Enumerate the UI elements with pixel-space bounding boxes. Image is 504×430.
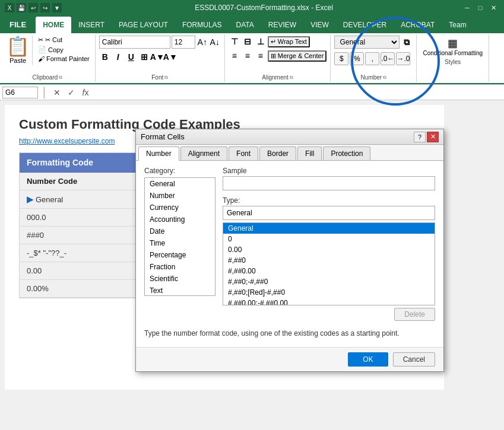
tab-data[interactable]: DATA [229,17,261,33]
type-list[interactable]: General 0 0.00 #,##0 #,##0.00 #,##0;-#,#… [223,222,435,305]
category-item-fraction[interactable]: Fraction [145,261,215,273]
number-group-label[interactable]: Number ⧉ [361,74,387,81]
type-item-0.00[interactable]: 0.00 [223,244,435,255]
cut-button[interactable]: ✂ ✂ Cut [36,36,91,44]
cancel-formula-button[interactable]: ✕ [51,87,63,98]
italic-button[interactable]: I [112,51,124,63]
percent-button[interactable]: % [350,52,364,65]
formula-input[interactable] [94,87,502,98]
tab-page-layout[interactable]: PAGE LAYOUT [112,17,175,33]
font-size-input[interactable] [172,36,195,49]
paste-button[interactable]: 📋 Paste [4,36,33,65]
dialog-help-button[interactable]: ? [414,132,426,142]
minimize-button[interactable]: ─ [461,2,473,13]
tab-font[interactable]: Font [229,146,258,160]
tab-file[interactable]: FILE [0,15,36,33]
category-item-accounting[interactable]: Accounting [145,214,215,225]
fill-color-button[interactable]: A▼ [151,51,163,63]
accounting-format-button[interactable]: $ [334,52,348,65]
delete-button-row: Delete [223,308,435,321]
tab-number[interactable]: Number [138,146,179,161]
category-item-scientific[interactable]: Scientific [145,273,215,285]
insert-function-button[interactable]: fx [80,87,91,98]
bold-button[interactable]: B [99,51,111,63]
maximize-button[interactable]: □ [474,2,486,13]
font-color-button[interactable]: A▼ [164,51,176,63]
ok-button[interactable]: OK [348,352,388,367]
underline-button[interactable]: U [125,51,137,63]
dialog-close-button[interactable]: ✕ [427,132,439,142]
tab-formulas[interactable]: FORMULAS [175,17,229,33]
category-item-currency[interactable]: Currency [145,202,215,214]
number-group: General ⧉ $ % , .0← →.0 Number ⧉ [331,34,417,82]
type-item-hash0.00[interactable]: #,##0.00 [223,266,435,276]
tab-alignment[interactable]: Alignment [180,146,227,160]
type-item-hash0[interactable]: #,##0 [223,255,435,266]
arrow-icon: ▶ [27,195,33,204]
tab-insert[interactable]: INSERT [71,17,112,33]
delete-button[interactable]: Delete [394,308,435,321]
font-controls: A↑ A↓ B I U ⊞ A▼ A▼ [99,36,221,73]
align-left-button[interactable]: ≡ [229,50,240,62]
tab-fill[interactable]: Fill [297,146,322,160]
excel-logo-icon: X [5,3,14,12]
increase-decimal-button[interactable]: →.0 [396,52,410,65]
tab-review[interactable]: REVIEW [261,17,303,33]
tab-developer[interactable]: DEVELOPER [336,17,394,33]
merge-center-button[interactable]: ⊞ Merge & Center [268,50,327,62]
customize-icon[interactable]: ▼ [52,3,62,12]
category-item-number[interactable]: Number [145,190,215,202]
cell-reference-box[interactable] [2,87,38,98]
increase-font-size-button[interactable]: A↑ [196,36,208,48]
tab-border[interactable]: Border [259,146,296,160]
copy-button[interactable]: 📄 Copy [36,45,91,54]
category-list[interactable]: General Number Currency Accounting Date … [144,177,215,296]
clipboard-group-label[interactable]: Clipboard ⧉ [32,74,62,81]
align-middle-button[interactable]: ⊟ [242,36,253,47]
format-painter-button[interactable]: 🖌 Format Painter [36,55,91,63]
tab-view[interactable]: VIEW [303,17,336,33]
category-item-general[interactable]: General [145,178,215,190]
type-item-hash0-neg[interactable]: #,##0;-#,##0 [223,276,435,287]
align-bottom-button[interactable]: ⊥ [255,36,267,47]
type-item-general[interactable]: General [223,223,435,234]
border-button[interactable]: ⊞ [138,51,150,63]
confirm-formula-button[interactable]: ✓ [65,87,77,98]
type-input[interactable] [223,206,435,220]
decrease-font-size-button[interactable]: A↓ [209,36,221,48]
comma-button[interactable]: , [365,52,379,65]
font-format-row: B I U ⊞ A▼ A▼ [99,51,221,63]
type-item-hash0-red[interactable]: #,##0;[Red]-#,##0 [223,287,435,298]
number-expand-button[interactable]: ⧉ [401,36,413,48]
tab-acrobat[interactable]: ACROBAT [394,17,442,33]
conditional-formatting-button[interactable]: ▦ Conditional Formatting [420,36,485,58]
decrease-decimal-button[interactable]: .0← [381,52,395,65]
font-group-label[interactable]: Font ⧉ [151,74,168,81]
align-center-button[interactable]: ≡ [242,50,253,62]
tab-protection[interactable]: Protection [323,146,370,160]
tab-team[interactable]: Team [442,17,473,33]
redo-icon[interactable]: ↪ [40,3,50,12]
tab-home[interactable]: HOME [36,17,71,33]
cancel-button[interactable]: Cancel [393,352,435,367]
alignment-group-label[interactable]: Alignment ⧉ [262,74,293,81]
category-item-time[interactable]: Time [145,237,215,249]
wrap-text-button[interactable]: ↵ Wrap Text [268,36,310,47]
column-header: Formatting Code [20,153,149,173]
undo-icon[interactable]: ↩ [28,3,38,12]
type-item-0[interactable]: 0 [223,234,435,244]
category-item-date[interactable]: Date [145,225,215,237]
align-right-button[interactable]: ≡ [255,50,267,62]
number-format-select[interactable]: General [334,36,400,49]
close-button[interactable]: ✕ [487,2,499,13]
category-item-percentage[interactable]: Percentage [145,249,215,261]
number-controls: General ⧉ $ % , .0← →.0 [334,36,413,73]
save-icon[interactable]: 💾 [17,3,26,12]
type-item-hash0.00-neg[interactable]: #,##0.00;-#,##0.00 [223,298,435,305]
dialog-main: Category: General Number Currency Accoun… [144,167,435,321]
sample-label: Sample [223,167,435,175]
align-top-button[interactable]: ⊤ [229,36,240,47]
right-section: Sample Type: General 0 0.00 #,##0 #,##0.… [223,167,435,321]
category-item-text[interactable]: Text [145,285,215,296]
font-name-input[interactable] [99,36,170,49]
